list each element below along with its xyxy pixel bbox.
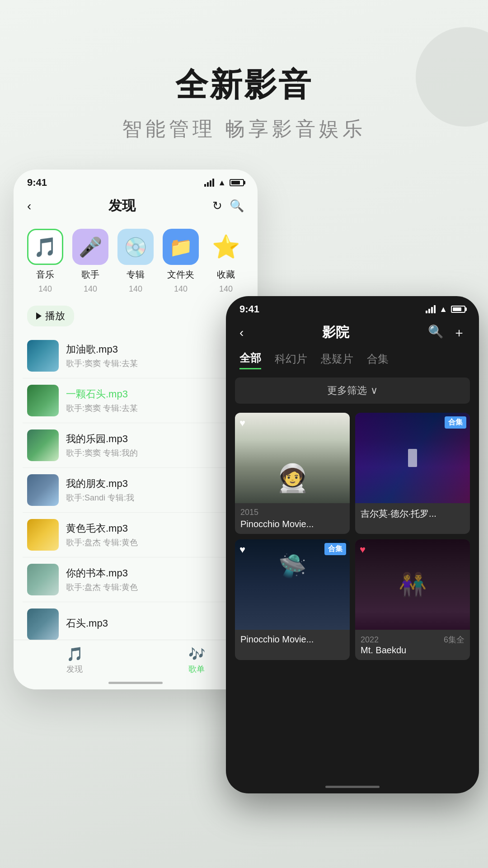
time-right: 9:41 bbox=[239, 303, 259, 315]
movie-card[interactable]: ♥ 2015 Pinocchio Movie... bbox=[235, 413, 350, 534]
song-info: 我的朋友.mp3 歌手:Sandi 专辑:我 bbox=[66, 477, 244, 503]
list-item[interactable]: 你的书本.mp3 歌手:盘杰 专辑:黄色 bbox=[23, 557, 249, 602]
movie-info: Pinocchio Movie... bbox=[235, 630, 350, 649]
hero-title: 全新影音 bbox=[0, 63, 488, 107]
play-button[interactable]: 播放 bbox=[27, 306, 74, 326]
movie-title: Pinocchio Movie... bbox=[240, 634, 344, 645]
song-meta: 歌手:窦窦 专辑:去某 bbox=[66, 403, 244, 414]
nav-discover[interactable]: 🎵 发现 bbox=[66, 646, 83, 675]
phones-container: 9:41 ▲ ‹ 发现 ↻ 🔍 bbox=[0, 170, 488, 802]
song-list: 加油歌.mp3 歌手:窦窦 专辑:去某 一颗石头.mp3 歌手:窦窦 专辑:去某… bbox=[14, 334, 258, 647]
movie-info: 2015 Pinocchio Movie... bbox=[235, 503, 350, 534]
status-bar-left: 9:41 ▲ bbox=[14, 170, 258, 192]
movie-badge: 合集 bbox=[445, 416, 466, 429]
list-item[interactable]: 我的乐园.mp3 歌手:窦窦 专辑:我的 bbox=[23, 423, 249, 468]
phone-left: 9:41 ▲ ‹ 发现 ↻ 🔍 bbox=[14, 170, 258, 689]
song-title: 我的朋友.mp3 bbox=[66, 477, 244, 491]
song-thumbnail bbox=[27, 474, 59, 506]
heart-icon: ♥ bbox=[239, 417, 245, 429]
add-icon[interactable]: ＋ bbox=[453, 324, 465, 341]
movie-title: Mt. Baekdu bbox=[361, 645, 465, 656]
tab-collection[interactable]: 合集 bbox=[367, 352, 389, 369]
music-icon: 🎵 bbox=[27, 229, 63, 265]
song-thumbnail bbox=[27, 609, 59, 640]
list-item[interactable]: 黄色毛衣.mp3 歌手:盘杰 专辑:黄色 bbox=[23, 513, 249, 557]
category-label-singer: 歌手 bbox=[81, 269, 99, 281]
heart-icon-filled: ♥ bbox=[360, 544, 366, 556]
category-count-singer: 140 bbox=[84, 284, 97, 294]
category-count-music: 140 bbox=[38, 284, 52, 294]
category-album[interactable]: 💿 专辑 140 bbox=[117, 229, 154, 294]
search-icon[interactable]: 🔍 bbox=[230, 199, 244, 213]
list-item[interactable]: 加油歌.mp3 歌手:窦窦 专辑:去某 bbox=[23, 334, 249, 378]
status-icons-right: ▲ bbox=[426, 305, 465, 314]
nav-playlist[interactable]: 🎶 歌单 bbox=[188, 646, 205, 675]
filter-chevron-icon: ∨ bbox=[371, 385, 378, 396]
tab-scifi[interactable]: 科幻片 bbox=[275, 352, 307, 369]
nav-actions-right: 🔍 ＋ bbox=[428, 324, 465, 341]
list-item[interactable]: 我的朋友.mp3 歌手:Sandi 专辑:我 bbox=[23, 468, 249, 513]
category-count-favorite: 140 bbox=[219, 284, 233, 294]
heart-icon: ♥ bbox=[239, 544, 245, 556]
song-info: 黄色毛衣.mp3 歌手:盘杰 专辑:黄色 bbox=[66, 522, 244, 548]
search-icon-right[interactable]: 🔍 bbox=[428, 324, 444, 341]
song-meta: 歌手:窦窦 专辑:我的 bbox=[66, 448, 244, 458]
song-meta: 歌手:窦窦 专辑:去某 bbox=[66, 358, 244, 369]
movie-grid: ♥ 2015 Pinocchio Movie... 合集 吉尔莫·德尔·托罗..… bbox=[226, 407, 479, 665]
nav-bar-right: ‹ 影院 🔍 ＋ bbox=[226, 319, 479, 346]
movie-thumbnail-4: 👫 bbox=[355, 539, 470, 630]
song-title: 你的书本.mp3 bbox=[66, 566, 244, 580]
status-bar-right: 9:41 ▲ bbox=[226, 296, 479, 319]
hero-section: 全新影音 智能管理 畅享影音娱乐 bbox=[0, 0, 488, 170]
category-count-album: 140 bbox=[129, 284, 142, 294]
movie-card[interactable]: 👫 ♥ 2022 6集全 Mt. Baekdu bbox=[355, 539, 470, 660]
play-bar: 播放 bbox=[14, 298, 258, 334]
category-count-folder: 140 bbox=[174, 284, 188, 294]
song-meta: 歌手:Sandi 专辑:我 bbox=[66, 492, 244, 503]
album-icon: 💿 bbox=[117, 229, 154, 265]
singer-icon: 🎤 bbox=[72, 229, 108, 265]
song-info: 我的乐园.mp3 歌手:窦窦 专辑:我的 bbox=[66, 432, 244, 458]
category-label-music: 音乐 bbox=[36, 269, 54, 281]
playlist-icon: 🎶 bbox=[188, 646, 205, 662]
play-triangle-icon bbox=[36, 312, 42, 320]
hero-subtitle: 智能管理 畅享影音娱乐 bbox=[0, 116, 488, 142]
movie-title: 吉尔莫·德尔·托罗... bbox=[361, 508, 465, 520]
filter-bar[interactable]: 更多筛选 ∨ bbox=[235, 377, 470, 404]
folder-icon: 📁 bbox=[163, 229, 199, 265]
category-grid: 🎵 音乐 140 🎤 歌手 140 💿 专辑 140 bbox=[14, 220, 258, 298]
tab-mystery[interactable]: 悬疑片 bbox=[321, 352, 353, 369]
song-info: 加油歌.mp3 歌手:窦窦 专辑:去某 bbox=[66, 343, 244, 369]
category-label-folder: 文件夹 bbox=[167, 269, 194, 281]
discover-icon: 🎵 bbox=[66, 646, 83, 662]
battery-icon-right bbox=[451, 306, 465, 313]
category-label-album: 专辑 bbox=[127, 269, 145, 281]
movie-card[interactable]: 🛸 合集 ♥ Pinocchio Movie... bbox=[235, 539, 350, 660]
tabs-bar: 全部 科幻片 悬疑片 合集 bbox=[226, 346, 479, 374]
tab-all[interactable]: 全部 bbox=[239, 351, 261, 369]
movie-year: 2022 bbox=[361, 635, 379, 645]
movie-info: 吉尔莫·德尔·托罗... bbox=[355, 503, 470, 524]
song-title: 黄色毛衣.mp3 bbox=[66, 522, 244, 535]
category-singer[interactable]: 🎤 歌手 140 bbox=[72, 229, 108, 294]
movie-card[interactable]: 合集 吉尔莫·德尔·托罗... bbox=[355, 413, 470, 534]
refresh-icon[interactable]: ↻ bbox=[212, 199, 222, 213]
movie-episodes: 6集全 bbox=[444, 634, 465, 645]
song-thumbnail bbox=[27, 519, 59, 551]
category-music[interactable]: 🎵 音乐 140 bbox=[27, 229, 63, 294]
song-meta: 歌手:盘杰 专辑:黄色 bbox=[66, 582, 244, 593]
song-title: 一颗石头.mp3 bbox=[66, 387, 244, 401]
category-folder[interactable]: 📁 文件夹 140 bbox=[163, 229, 199, 294]
battery-icon bbox=[230, 179, 244, 186]
home-indicator bbox=[108, 682, 163, 684]
signal-icon-right bbox=[426, 305, 436, 313]
list-item[interactable]: 一颗石头.mp3 歌手:窦窦 专辑:去某 bbox=[23, 378, 249, 423]
back-icon-right[interactable]: ‹ bbox=[239, 326, 244, 340]
phone-right: 9:41 ▲ ‹ 影院 🔍 ＋ 全部 科幻片 悬疑片 bbox=[226, 296, 479, 793]
movie-badge: 合集 bbox=[324, 543, 346, 555]
movie-title: Pinocchio Movie... bbox=[240, 519, 344, 529]
wifi-icon-right: ▲ bbox=[439, 305, 447, 314]
back-icon[interactable]: ‹ bbox=[27, 199, 31, 213]
category-favorite[interactable]: ⭐ 收藏 140 bbox=[208, 229, 244, 294]
filter-label: 更多筛选 bbox=[327, 384, 367, 397]
